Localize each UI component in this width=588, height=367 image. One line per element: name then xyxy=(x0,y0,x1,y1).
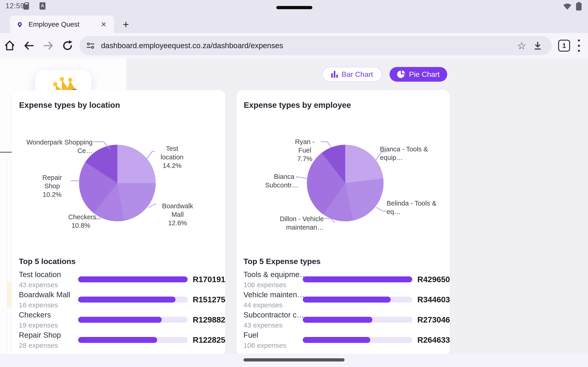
pie-callout-percent: 12.6% xyxy=(157,219,199,227)
item-value: R344603 xyxy=(412,295,450,304)
value-bar-fill xyxy=(303,337,370,343)
android-nav-strip xyxy=(0,354,588,367)
browser-tab-employee-quest[interactable]: Employee Quest ✕ xyxy=(10,16,114,33)
value-bar-track xyxy=(78,337,188,343)
value-bar-track xyxy=(78,297,188,302)
reload-button[interactable] xyxy=(58,36,77,55)
value-bar-fill xyxy=(78,317,162,323)
camera-notch xyxy=(276,6,312,9)
sd-card-icon xyxy=(23,2,29,10)
item-value: R122825 xyxy=(188,335,225,344)
item-value: R151275 xyxy=(188,295,225,304)
value-bar-fill xyxy=(78,276,188,282)
value-bar-track xyxy=(303,276,412,282)
pie-callout-percent: 10.2% xyxy=(35,190,69,199)
top5-list: Test location43 expensesR170191Boardwalk… xyxy=(19,269,219,350)
battery-icon xyxy=(576,2,582,10)
page-content: Employee Quest Business insightsLeaderbo… xyxy=(0,58,588,354)
value-bar-fill xyxy=(303,297,391,302)
item-expense-count: 28 expenses xyxy=(19,342,78,349)
pie-callout: Wonderpark Shopping Ce… xyxy=(19,138,93,155)
value-bar-track xyxy=(78,317,188,323)
pie-callout: Test location14.2% xyxy=(155,144,189,170)
card-title: Expense types by location xyxy=(19,100,120,110)
value-bar-track xyxy=(303,337,412,343)
pie-chart-icon xyxy=(397,70,405,78)
wifi-icon xyxy=(563,2,572,10)
value-bar-track xyxy=(78,276,188,282)
bookmark-star-icon[interactable]: ☆ xyxy=(514,38,530,54)
item-name: Subcontractor c… xyxy=(243,311,303,319)
item-name: Repair Shop xyxy=(19,331,78,340)
list-item: Repair Shop28 expensesR122825 xyxy=(19,330,219,350)
tab-favicon-pin-icon xyxy=(15,20,24,29)
list-item: Subcontractor c…43 expensesR273046 xyxy=(243,310,443,330)
item-name: Fuel xyxy=(243,331,303,340)
list-item: Vehicle mainten…44 expensesR344603 xyxy=(243,290,443,310)
browser-tab-strip: Employee Quest ✕ + xyxy=(0,13,588,33)
expense-by-employee-card: Expense types by employee Ryan - Fuel7.7… xyxy=(236,90,450,356)
list-item: Boardwalk Mall16 expensesR151275 xyxy=(19,290,219,310)
item-expense-count: 43 expenses xyxy=(243,321,303,329)
url-text[interactable]: dashboard.employeequest.co.za/dashboard/… xyxy=(101,41,514,50)
url-bar[interactable]: dashboard.employeequest.co.za/dashboard/… xyxy=(79,36,552,55)
list-item: Checkers19 expensesR129882 xyxy=(19,310,219,330)
bar-chart-toggle-button[interactable]: Bar Chart xyxy=(322,67,382,82)
site-settings-icon[interactable] xyxy=(86,41,95,51)
top5-list: Tools & equipme…106 expensesR429650Vehic… xyxy=(243,269,443,350)
item-value: R264633 xyxy=(412,335,450,344)
value-bar-track xyxy=(303,317,412,323)
item-value: R129882 xyxy=(188,315,225,324)
browser-toolbar: dashboard.employeequest.co.za/dashboard/… xyxy=(0,33,588,58)
pie-callout: Bianca - Tools & equip… xyxy=(380,145,449,162)
tab-title: Employee Quest xyxy=(28,20,99,28)
item-expense-count: 106 expenses xyxy=(243,342,303,349)
pie-chart-toggle-button[interactable]: Pie Chart xyxy=(389,67,447,82)
list-title: Top 5 Expense types xyxy=(243,257,321,266)
item-name: Test location xyxy=(19,270,78,279)
item-expense-count: 19 expenses xyxy=(19,321,78,329)
pie-callout: Checkers10.8% xyxy=(68,213,94,230)
gesture-pill[interactable] xyxy=(243,358,345,361)
android-status-bar: 12:59 A xyxy=(0,0,588,13)
value-bar-track xyxy=(303,297,412,302)
pie-callout-percent: 14.2% xyxy=(155,161,189,170)
value-bar-fill xyxy=(78,297,175,302)
card-title: Expense types by employee xyxy=(244,100,351,110)
item-expense-count: 44 expenses xyxy=(243,301,303,309)
list-item: Fuel106 expensesR264633 xyxy=(243,330,443,350)
value-bar-fill xyxy=(303,276,412,282)
item-name: Vehicle mainten… xyxy=(243,290,303,299)
forward-button[interactable] xyxy=(39,36,58,55)
home-button[interactable] xyxy=(0,36,19,55)
item-name: Checkers xyxy=(19,311,78,319)
item-name: Boardwalk Mall xyxy=(19,290,78,299)
value-bar-fill xyxy=(78,337,157,343)
a-badge-icon: A xyxy=(40,2,45,10)
pie-callout: Bianca - Subcontr… xyxy=(246,173,298,190)
tab-switcher-button[interactable]: 1 xyxy=(558,40,570,52)
pie-callout: Belinda - Tools & eq… xyxy=(387,199,444,216)
item-expense-count: 106 expenses xyxy=(243,281,303,289)
pie-callout: Boardwalk Mall12.6% xyxy=(157,202,199,227)
list-title: Top 5 locations xyxy=(19,257,76,266)
list-item: Tools & equipme…106 expensesR429650 xyxy=(243,269,443,290)
item-value: R273046 xyxy=(412,315,450,324)
clock-text: 12:59 xyxy=(6,2,25,10)
list-item: Test location43 expensesR170191 xyxy=(19,269,219,290)
item-value: R429650 xyxy=(412,275,450,284)
back-button[interactable] xyxy=(19,36,39,55)
pie-callout: Dillon - Vehicle maintenan… xyxy=(246,215,324,232)
item-name: Tools & equipme… xyxy=(243,270,303,279)
download-icon[interactable] xyxy=(530,38,546,54)
item-expense-count: 16 expenses xyxy=(19,301,78,309)
bar-chart-icon xyxy=(331,71,338,78)
value-bar-fill xyxy=(303,317,372,323)
new-tab-button[interactable]: + xyxy=(120,18,132,31)
expense-by-location-pie[interactable] xyxy=(79,145,156,221)
item-value: R170191 xyxy=(188,275,225,284)
browser-menu-button[interactable] xyxy=(578,40,580,52)
expense-by-employee-pie[interactable] xyxy=(307,145,384,221)
tab-close-icon[interactable]: ✕ xyxy=(99,19,109,30)
item-expense-count: 43 expenses xyxy=(19,281,78,289)
